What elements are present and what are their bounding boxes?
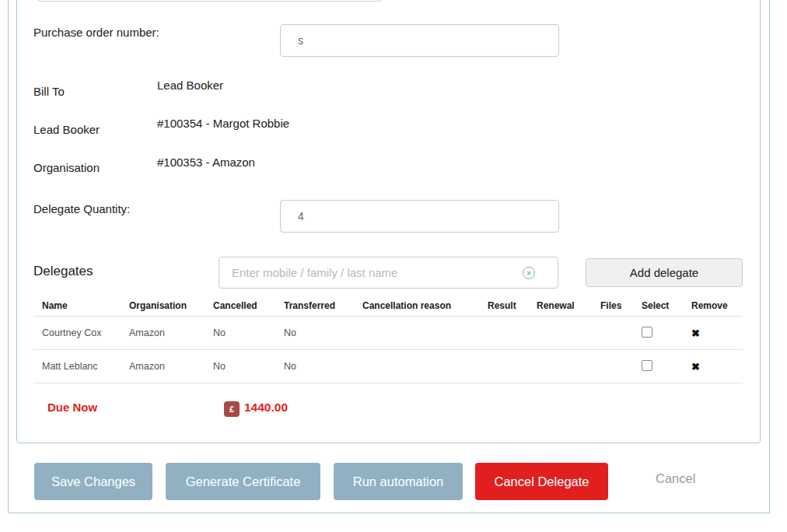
delegates-table: Name Organisation Cancelled Transferred … — [33, 295, 743, 383]
due-now-label: Due Now — [47, 401, 97, 414]
cutoff-input-remnant — [37, 0, 382, 2]
cell-cancelled: No — [213, 361, 284, 372]
cancel-delegate-button[interactable]: Cancel Delegate — [475, 463, 608, 500]
col-header-cancelled: Cancelled — [213, 300, 284, 311]
lead-booker-label: Lead Booker — [33, 123, 100, 136]
select-delegate-checkbox[interactable] — [642, 360, 652, 371]
cancel-button[interactable]: Cancel — [656, 471, 695, 486]
delegates-heading: Delegates — [33, 264, 93, 279]
generate-certificate-button[interactable]: Generate Certificate — [166, 463, 320, 500]
organisation-value: #100353 - Amazon — [157, 156, 255, 169]
purchase-order-input[interactable] — [280, 24, 559, 57]
delegate-search-input[interactable] — [219, 257, 558, 289]
bill-to-label: Bill To — [33, 85, 65, 98]
col-header-transferred: Transferred — [284, 300, 362, 311]
table-row: Courtney Cox Amazon No No ✖ — [33, 317, 743, 350]
remove-delegate-icon[interactable]: ✖ — [691, 361, 700, 373]
cell-organisation: Amazon — [129, 361, 213, 372]
currency-badge: £ — [224, 401, 240, 417]
bill-to-value: Lead Booker — [157, 79, 223, 92]
col-header-cancellation-reason: Cancellation reason — [362, 300, 488, 311]
select-delegate-checkbox[interactable] — [642, 327, 652, 338]
cell-organisation: Amazon — [129, 327, 213, 338]
col-header-organisation: Organisation — [129, 300, 213, 311]
purchase-order-label: Purchase order number: — [33, 26, 159, 39]
booking-edit-page: Purchase order number: Bill To Lead Book… — [0, 0, 787, 532]
cell-transferred: No — [284, 327, 362, 338]
table-row: Matt Leblanc Amazon No No ✖ — [33, 350, 743, 383]
cell-transferred: No — [284, 361, 362, 372]
table-header-row: Name Organisation Cancelled Transferred … — [33, 295, 743, 317]
add-delegate-button[interactable]: Add delegate — [586, 258, 743, 287]
cell-name: Courtney Cox — [42, 327, 129, 338]
save-changes-button[interactable]: Save Changes — [34, 463, 152, 500]
due-now-amount: 1440.00 — [244, 401, 288, 415]
col-header-select: Select — [642, 300, 691, 311]
col-header-name: Name — [42, 300, 129, 311]
run-automation-button[interactable]: Run automation — [334, 463, 463, 500]
lead-booker-value: #100354 - Margot Robbie — [157, 117, 289, 130]
delegate-quantity-input[interactable] — [280, 200, 559, 233]
organisation-label: Organisation — [33, 161, 100, 174]
col-header-result: Result — [488, 300, 537, 311]
clear-search-icon[interactable]: ✕ — [523, 267, 535, 279]
delegate-quantity-label: Delegate Quantity: — [33, 202, 130, 215]
col-header-files: Files — [600, 300, 642, 311]
col-header-renewal: Renewal — [537, 300, 600, 311]
cell-cancelled: No — [213, 327, 284, 338]
col-header-remove: Remove — [691, 300, 743, 311]
remove-delegate-icon[interactable]: ✖ — [691, 327, 700, 339]
cell-name: Matt Leblanc — [42, 361, 129, 372]
